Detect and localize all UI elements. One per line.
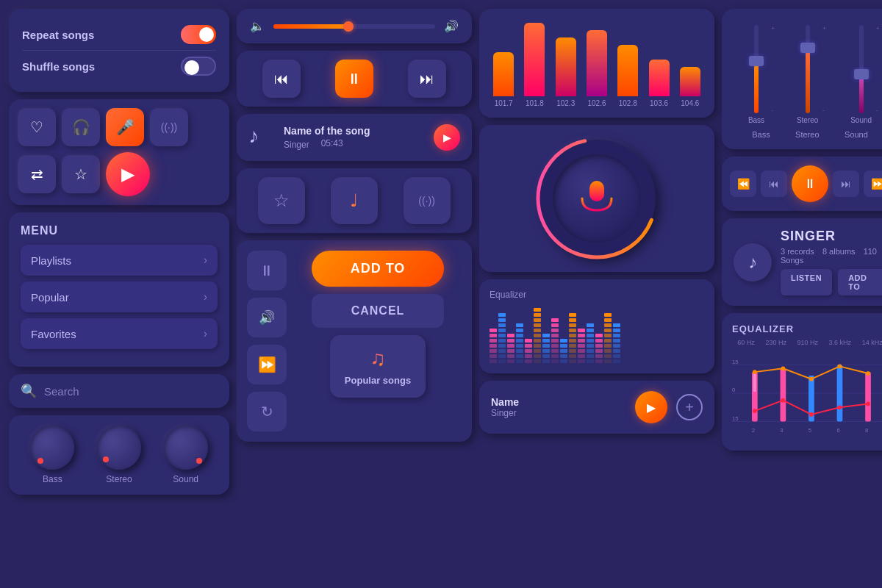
shuffle-toggle-knob xyxy=(184,60,199,75)
singer-info: SINGER 3 records 8 albums 110 Songs LIST… xyxy=(781,229,882,295)
prev-button[interactable]: ⏮ xyxy=(262,60,301,98)
now-playing-duration: 05:43 xyxy=(321,138,343,150)
heart-button[interactable]: ♡ xyxy=(18,108,56,146)
singer-add-to-button[interactable]: ADD TO xyxy=(838,269,882,295)
t2-next-icon: ⏭ xyxy=(841,178,851,190)
svg-point-20 xyxy=(866,371,870,376)
bass-slider-handle[interactable] xyxy=(749,56,764,66)
sound-slider-handle[interactable] xyxy=(854,69,869,79)
freq-bar-1023: 102.3 xyxy=(556,37,576,107)
bass-slider-fill xyxy=(754,65,759,113)
menu-item-popular-label: Popular xyxy=(31,291,69,304)
stereo-slider-wrap: + - Stereo xyxy=(797,25,818,124)
favorites-chevron-icon: › xyxy=(204,327,207,340)
cta-panel: ⏸ 🔊 ⏩ ↻ ADD TO CANCEL ♫ Popular songs xyxy=(237,240,472,442)
eq-bars xyxy=(490,304,704,363)
sound-knob[interactable] xyxy=(164,426,208,470)
play-large-button[interactable]: ▶ xyxy=(106,152,150,196)
bass-knob[interactable] xyxy=(30,426,74,470)
freq-bar-1046-fill xyxy=(680,67,700,96)
cta-pause-button[interactable]: ⏸ xyxy=(247,251,287,290)
svg-point-18 xyxy=(809,377,814,381)
eq-bar-col-1 xyxy=(498,313,506,363)
eq-bar-col-13 xyxy=(604,313,612,363)
eq2-chart-svg: 15 0 15 2 3 xyxy=(732,349,882,437)
search-panel: 🔍 xyxy=(9,374,229,408)
volume-slider-panel: 🔈 🔊 xyxy=(237,9,472,43)
next-button[interactable]: ⏭ xyxy=(408,60,446,98)
cta-ff-button[interactable]: ⏩ xyxy=(247,345,287,384)
singer-listen-button[interactable]: LISTEN xyxy=(781,269,832,295)
cancel-button[interactable]: CANCEL xyxy=(312,294,444,328)
stereo-knob[interactable] xyxy=(97,426,141,470)
cta-pause-icon: ⏸ xyxy=(259,262,274,279)
surround-button[interactable]: ((·)) xyxy=(150,108,188,146)
menu-item-playlists[interactable]: Playlists › xyxy=(21,245,218,276)
sound-slider-track[interactable]: + - xyxy=(859,25,864,113)
t2-ff-button[interactable]: ⏩ xyxy=(864,171,882,197)
now-playing-singer: Singer xyxy=(284,140,309,150)
popular-songs-button[interactable]: ♫ Popular songs xyxy=(330,335,426,398)
menu-item-popular[interactable]: Popular › xyxy=(21,282,218,312)
mic-button[interactable]: 🎤 xyxy=(106,108,144,146)
freq-bar-1017-fill xyxy=(493,52,514,96)
np2-add-button[interactable]: + xyxy=(676,394,703,420)
repeat-toggle-row[interactable]: Repeat songs xyxy=(22,19,216,51)
stereo-slider-track[interactable]: + - xyxy=(806,25,810,113)
np2-play-button[interactable]: ▶ xyxy=(635,391,667,423)
search-input[interactable] xyxy=(44,385,218,398)
repeat-toggle[interactable] xyxy=(181,25,216,44)
next-icon: ⏭ xyxy=(420,71,434,87)
freq-bar-1036: 103.6 xyxy=(649,60,670,107)
shuffle-toggle-row[interactable]: Shuffle songs xyxy=(22,51,216,82)
prev-icon: ⏮ xyxy=(274,71,289,87)
headphones-icon: 🎧 xyxy=(72,118,90,136)
star-button[interactable]: ☆ xyxy=(62,155,100,193)
headphones-button[interactable]: 🎧 xyxy=(62,108,100,146)
cta-repeat-button[interactable]: ↻ xyxy=(247,392,287,431)
svg-text:0: 0 xyxy=(732,387,735,393)
pause-button[interactable]: ⏸ xyxy=(335,60,373,98)
now-playing-play-icon: ▶ xyxy=(443,132,451,143)
shuffle-button[interactable]: ⇄ xyxy=(18,155,56,193)
eq-bar-col-6 xyxy=(542,334,550,363)
svg-rect-12 xyxy=(781,368,786,421)
svg-point-16 xyxy=(753,370,757,374)
t2-prev-button[interactable]: ⏮ xyxy=(761,171,787,197)
bass-slider-track[interactable]: + - xyxy=(754,25,759,113)
cta-vol-button[interactable]: 🔊 xyxy=(247,298,287,337)
svg-text:2: 2 xyxy=(752,427,755,434)
mic-ring-svg xyxy=(534,136,659,261)
stereo-knob-dot xyxy=(103,456,109,462)
sound-bottom-label: Sound xyxy=(845,130,868,139)
sound-slider-fill xyxy=(859,78,864,113)
svg-point-25 xyxy=(866,402,870,406)
sound-vert-slider-wrap: + - Sound xyxy=(850,25,872,124)
now-playing-info: Name of the song Singer 05:43 xyxy=(284,125,425,150)
play-large-icon: ▶ xyxy=(121,164,135,184)
menu-item-favorites[interactable]: Favorites › xyxy=(21,318,218,349)
t2-pause-button[interactable]: ⏸ xyxy=(792,165,828,202)
shuffle-toggle[interactable] xyxy=(181,57,216,76)
stereo-slider-handle[interactable] xyxy=(800,43,815,53)
t2-next-button[interactable]: ⏭ xyxy=(833,171,859,197)
np2-panel: Name Singer ▶ + xyxy=(479,381,714,434)
cta-ff-icon: ⏩ xyxy=(258,356,276,373)
volume-knob[interactable] xyxy=(343,21,354,32)
volume-track[interactable] xyxy=(273,24,435,29)
freq-bar-1017: 101.7 xyxy=(493,52,514,107)
t2-rewind-button[interactable]: ⏪ xyxy=(730,171,756,197)
note-action-button[interactable]: ♩ xyxy=(331,177,378,224)
singer-records: 3 records xyxy=(781,247,814,256)
svg-point-21 xyxy=(753,409,757,413)
freq-bar-1036-fill xyxy=(649,60,670,96)
eq-bar-col-14 xyxy=(613,323,620,363)
now-playing-play-button[interactable]: ▶ xyxy=(434,124,460,151)
add-to-button[interactable]: ADD TO xyxy=(312,251,444,287)
singer-listen-label: LISTEN xyxy=(791,273,822,282)
star-action-button[interactable]: ☆ xyxy=(258,177,305,224)
playlists-chevron-icon: › xyxy=(204,254,207,267)
stereo-knob-wrap: Stereo xyxy=(97,426,141,484)
surround-action-button[interactable]: ((·)) xyxy=(404,177,451,224)
svg-point-24 xyxy=(838,405,842,409)
